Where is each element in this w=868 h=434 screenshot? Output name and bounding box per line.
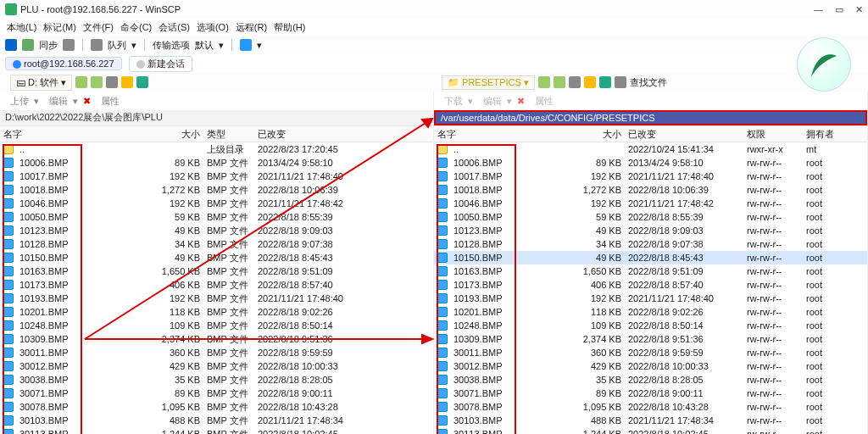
remote-path[interactable]: /var/userdata/data/Drives/C/CONFIG/PRESE… (434, 110, 867, 125)
refresh-icon[interactable] (240, 39, 252, 51)
bmp-file-icon (437, 402, 448, 412)
bmp-file-icon (437, 185, 448, 195)
bmp-file-icon (3, 239, 14, 249)
col-type[interactable]: 类型 (203, 126, 254, 142)
bmp-file-icon (3, 266, 14, 276)
edit-button[interactable]: 编辑 (49, 95, 68, 108)
remote-header: 名字 大小 已改变 权限 拥有者 (434, 125, 867, 142)
local-path[interactable]: D:\work\2022\2022展会\展会图库\PLU (0, 110, 433, 125)
bmp-file-icon (3, 293, 14, 303)
delete-icon[interactable]: ✖ (83, 96, 91, 107)
bmp-file-icon (437, 415, 448, 426)
nav-fwd-icon[interactable] (91, 76, 103, 88)
rcol-name[interactable]: 名字 (434, 126, 574, 142)
queue-icon[interactable] (91, 39, 103, 51)
menu-options[interactable]: 选项(O) (195, 21, 231, 34)
toolbar-main: 同步 队列▾ 传输选项 默认▾ ▾ (0, 36, 868, 54)
download-button[interactable]: 下载 (444, 95, 463, 108)
local-drive[interactable]: 🖴 D: 软件 ▾ (10, 75, 72, 91)
bmp-file-icon (437, 212, 448, 222)
home-icon[interactable] (121, 76, 133, 88)
bmp-file-icon (437, 307, 448, 317)
browse-icon[interactable] (63, 39, 75, 51)
rcol-perm[interactable]: 权限 (743, 126, 803, 142)
bmp-file-icon (3, 320, 14, 331)
bmp-file-icon (437, 388, 448, 398)
col-date[interactable]: 已改变 (254, 126, 373, 142)
menu-file[interactable]: 文件(F) (81, 21, 115, 34)
rprops-button[interactable]: 属性 (535, 95, 554, 108)
minimize-button[interactable]: — (814, 4, 823, 15)
new-session-tab[interactable]: 新建会话 (129, 56, 192, 72)
bmp-file-icon (3, 198, 14, 209)
file-row[interactable]: 30113.BMP 1,244 KBBMP 文件2022/8/18 10:02:… (0, 427, 433, 434)
sync-button[interactable]: 同步 (39, 39, 58, 52)
find-icon[interactable] (615, 76, 626, 88)
upload-button[interactable]: 上传 (10, 95, 29, 108)
rcol-own[interactable]: 拥有者 (803, 126, 845, 142)
remote-file-list[interactable]: .. 2022/10/24 15:41:34 rwxr-xr-xmt 10006… (434, 142, 867, 434)
bmp-file-icon (437, 293, 448, 303)
bmp-file-icon (3, 415, 14, 426)
rrefresh-icon[interactable] (599, 76, 611, 88)
maximize-button[interactable]: ▭ (835, 4, 843, 15)
menu-help[interactable]: 帮助(H) (272, 21, 307, 34)
transfer-default[interactable]: 默认 (195, 39, 214, 52)
local-file-list[interactable]: .. 上级目录2022/8/23 17:20:45 10006.BMP 89 K… (0, 142, 433, 434)
rnav-fwd-icon[interactable] (554, 76, 565, 88)
menu-command[interactable]: 命令(C) (119, 21, 153, 34)
bmp-file-icon (3, 280, 14, 290)
app-icon (5, 3, 17, 15)
bmp-file-icon (437, 253, 448, 263)
find-files-button[interactable]: 查找文件 (630, 76, 667, 89)
menu-mark[interactable]: 标记(M) (42, 21, 78, 34)
session-bar: root@192.168.56.227 新建会话 (0, 54, 868, 73)
refresh-local-icon[interactable] (136, 76, 148, 88)
file-row[interactable]: 30113.BMP 1,244 KB2022/8/18 10:02:45 rw-… (434, 427, 867, 434)
bmp-file-icon (437, 239, 448, 249)
rnav-back-icon[interactable] (538, 76, 550, 88)
bmp-file-icon (3, 307, 14, 317)
remote-pane: 下载▾ 编辑▾ ✖ 属性 /var/userdata/data/Drives/C… (434, 92, 868, 434)
bmp-file-icon (3, 361, 14, 371)
menu-session[interactable]: 会话(S) (157, 21, 192, 34)
transfer-label: 传输选项 (153, 39, 190, 52)
bmp-file-icon (437, 171, 448, 181)
bmp-file-icon (3, 402, 14, 412)
col-name[interactable]: 名字 (0, 126, 153, 142)
rdelete-icon[interactable]: ✖ (517, 96, 525, 107)
local-header: 名字 大小 类型 已改变 (0, 125, 433, 142)
menu-local[interactable]: 本地(L) (5, 21, 38, 34)
nav-up-icon[interactable] (106, 76, 118, 88)
rcol-size[interactable]: 大小 (574, 126, 625, 142)
bmp-file-icon (437, 361, 448, 371)
queue-button[interactable]: 队列 (108, 39, 126, 52)
bmp-file-icon (3, 253, 14, 263)
bmp-file-icon (3, 225, 14, 236)
rcol-date[interactable]: 已改变 (625, 126, 743, 142)
window-title: PLU - root@192.168.56.227 - WinSCP (20, 4, 181, 14)
bmp-file-icon (437, 348, 448, 358)
menu-remote[interactable]: 远程(R) (234, 21, 269, 34)
col-size[interactable]: 大小 (153, 126, 203, 142)
bmp-file-icon (3, 185, 14, 195)
props-button[interactable]: 属性 (101, 95, 120, 108)
rnav-up-icon[interactable] (569, 76, 581, 88)
bmp-file-icon (3, 375, 14, 385)
bmp-file-icon (437, 280, 448, 290)
winscp-logo (797, 37, 851, 92)
bmp-file-icon (437, 334, 448, 344)
menubar: 本地(L) 标记(M) 文件(F) 命令(C) 会话(S) 选项(O) 远程(R… (0, 19, 868, 36)
session-tab[interactable]: root@192.168.56.227 (5, 57, 122, 70)
bmp-file-icon (437, 320, 448, 331)
nav-back-icon[interactable] (75, 76, 87, 88)
sync-icon[interactable] (22, 39, 34, 51)
bmp-file-icon (437, 198, 448, 209)
redit-button[interactable]: 编辑 (483, 95, 502, 108)
rhome-icon[interactable] (584, 76, 596, 88)
bmp-file-icon (3, 158, 14, 168)
remote-folder[interactable]: 📁 PRESETPICS ▾ (442, 75, 535, 90)
flag-icon[interactable] (5, 39, 17, 51)
bmp-file-icon (3, 212, 14, 222)
close-button[interactable]: ✕ (855, 4, 863, 15)
